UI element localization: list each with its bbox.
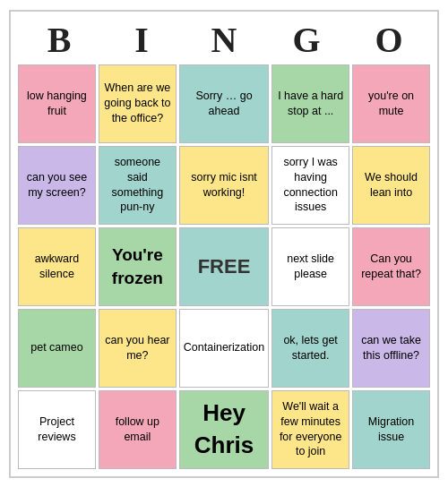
bingo-cell-11[interactable]: You're frozen (99, 227, 177, 306)
bingo-cell-7[interactable]: sorry mic isnt working! (179, 146, 269, 225)
bingo-cell-12[interactable]: FREE (179, 227, 269, 306)
bingo-letter-i: I (102, 19, 181, 61)
bingo-cell-24[interactable]: Migration issue (352, 390, 430, 469)
bingo-cell-5[interactable]: can you see my screen? (18, 146, 96, 225)
bingo-cell-13[interactable]: next slide please (271, 227, 349, 306)
bingo-cell-6[interactable]: someone said something pun-ny (99, 146, 177, 225)
bingo-cell-22[interactable]: Hey Chris (179, 390, 269, 469)
bingo-card: BINGO low hanging fruitWhen are we going… (9, 10, 439, 478)
bingo-cell-3[interactable]: I have a hard stop at ... (271, 64, 349, 143)
bingo-cell-19[interactable]: can we take this offline? (352, 309, 430, 388)
bingo-cell-0[interactable]: low hanging fruit (18, 64, 96, 143)
bingo-cell-2[interactable]: Sorry … go ahead (179, 64, 269, 143)
bingo-cell-23[interactable]: We'll wait a few minutes for everyone to… (271, 390, 349, 469)
bingo-cell-14[interactable]: Can you repeat that? (352, 227, 430, 306)
bingo-header: BINGO (18, 19, 430, 61)
bingo-grid: low hanging fruitWhen are we going back … (18, 64, 430, 469)
bingo-cell-15[interactable]: pet cameo (18, 309, 96, 388)
bingo-cell-20[interactable]: Project reviews (18, 390, 96, 469)
bingo-cell-10[interactable]: awkward silence (18, 227, 96, 306)
bingo-cell-4[interactable]: you're on mute (352, 64, 430, 143)
bingo-cell-1[interactable]: When are we going back to the office? (99, 64, 177, 143)
bingo-cell-9[interactable]: We should lean into (352, 146, 430, 225)
bingo-cell-18[interactable]: ok, lets get started. (271, 309, 349, 388)
bingo-letter-b: B (20, 19, 99, 61)
bingo-cell-17[interactable]: Containerization (179, 309, 269, 388)
bingo-letter-o: O (349, 19, 428, 61)
bingo-cell-21[interactable]: follow up email (99, 390, 177, 469)
bingo-letter-g: G (267, 19, 346, 61)
bingo-letter-n: N (185, 19, 263, 61)
bingo-cell-8[interactable]: sorry I was having connection issues (271, 146, 349, 225)
bingo-cell-16[interactable]: can you hear me? (99, 309, 177, 388)
